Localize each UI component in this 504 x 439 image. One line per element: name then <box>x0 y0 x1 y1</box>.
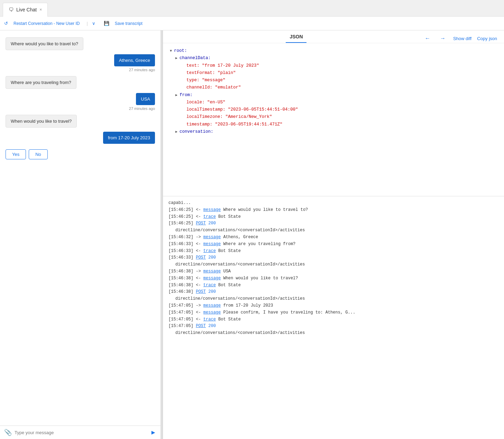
log-line: [15:46:25] <- trace Bot State <box>168 214 498 221</box>
log-line: capabi... <box>168 200 498 207</box>
restart-label: Restart Conversation - New User ID <box>13 21 80 26</box>
message-time-1: 27 minutes ago <box>129 68 155 72</box>
quick-replies: Yes No <box>6 149 155 159</box>
from-collapse[interactable]: ▶ <box>175 92 177 98</box>
json-forward-button[interactable]: → <box>438 35 448 42</box>
bot-message-1: Where would you like to travel to? <box>6 37 83 50</box>
tab-label: Live Chat <box>16 7 37 12</box>
log-text: [15:46:33] <box>168 255 196 260</box>
log-link[interactable]: POST <box>196 221 206 226</box>
log-link[interactable]: POST <box>196 289 206 294</box>
attach-icon[interactable]: 📎 <box>4 429 12 436</box>
log-line: [15:46:33] <- message Where are you trav… <box>168 241 498 248</box>
json-from-key: from: <box>180 92 193 99</box>
log-line: [15:46:32] -> message Athens, Greece <box>168 234 498 241</box>
log-text: [15:46:33] <- <box>168 242 203 246</box>
log-status: 200 <box>208 255 216 260</box>
log-line: [15:46:38] POST 200 <box>168 289 498 296</box>
user-message-wrap-2: USA 27 minutes ago <box>6 93 155 111</box>
log-text: Where are you traveling from? <box>221 242 295 246</box>
json-from-line: ▶ from: <box>175 92 497 99</box>
copy-json-button[interactable]: Copy json <box>477 36 497 41</box>
yes-button[interactable]: Yes <box>6 149 26 159</box>
log-panel: capabi...[15:46:25] <- message Where wou… <box>163 196 504 439</box>
json-actions: ← → Show diff Copy json <box>423 35 497 42</box>
show-diff-button[interactable]: Show diff <box>453 36 471 41</box>
user-message-wrap-3: from 17-20 July 2023 <box>6 132 155 144</box>
log-text: Please confirm, I have you traveling to:… <box>221 310 355 315</box>
log-text: [15:46:38] <- <box>168 283 203 288</box>
log-text: Bot State <box>216 249 241 253</box>
log-line: [15:46:25] <- message Where would you li… <box>168 207 498 214</box>
bot-message-2: Where are you traveling from? <box>6 76 76 89</box>
root-collapse[interactable]: ▼ <box>170 48 172 54</box>
log-link[interactable]: message <box>203 207 221 212</box>
json-from-values: locale: "en-US" localTimestamp: "2023-06… <box>175 99 497 128</box>
log-text: [15:46:25] <- <box>168 214 203 219</box>
channeldata-collapse[interactable]: ▶ <box>175 55 177 61</box>
log-link[interactable]: message <box>203 276 221 281</box>
chat-messages: Where would you like to travel to? Athen… <box>0 30 161 426</box>
log-line: [15:46:38] -> message USA <box>168 268 498 275</box>
log-text: [15:47:05] -> <box>168 303 203 308</box>
log-text: [15:46:38] -> <box>168 269 203 274</box>
log-line: directline/conversations/<conversationId… <box>168 296 498 302</box>
log-link[interactable]: message <box>203 310 221 315</box>
json-channeldata-values: text: "from 17-20 July 2023" textFormat:… <box>175 62 497 92</box>
log-link[interactable]: message <box>203 303 221 308</box>
json-conversation-section: ▶ conversation: <box>170 128 497 136</box>
log-link[interactable]: trace <box>203 283 216 288</box>
live-chat-tab[interactable]: 🗨 Live Chat × <box>3 3 48 17</box>
no-button[interactable]: No <box>29 149 48 159</box>
json-locale-value: locale: "en-US" <box>186 99 226 106</box>
log-link[interactable]: POST <box>196 255 206 260</box>
user-message-3: from 17-20 July 2023 <box>103 132 155 144</box>
tab-close-button[interactable]: × <box>39 7 42 12</box>
log-link[interactable]: trace <box>203 249 216 253</box>
json-channeldata-section: ▶ channelData: text: "from 17-20 July 20… <box>170 55 497 91</box>
json-channelid-line: channelId: "emulator" <box>186 84 497 91</box>
main-layout: Where would you like to travel to? Athen… <box>0 30 504 439</box>
json-text-line: text: "from 17-20 July 2023" <box>186 62 497 69</box>
json-locale-line: locale: "en-US" <box>186 99 497 106</box>
log-line: [15:46:25] POST 200 <box>168 220 498 227</box>
json-text-value: text: "from 17-20 July 2023" <box>186 62 259 69</box>
log-link[interactable]: trace <box>203 317 216 322</box>
log-text: from 17-20 July 2023 <box>221 303 273 308</box>
log-link[interactable]: POST <box>196 324 206 328</box>
json-localtimezone-value: localTimezone: "America/New_York" <box>186 113 272 121</box>
log-text: Where would you like to travel to? <box>221 207 308 212</box>
json-type-value: type: "message" <box>186 77 226 84</box>
conversation-collapse[interactable]: ▶ <box>175 129 177 135</box>
json-back-button[interactable]: ← <box>423 35 432 42</box>
log-line: directline/conversations/<conversationId… <box>168 261 498 268</box>
save-label: Save transcript <box>115 21 143 26</box>
log-line: [15:47:05] <- message Please confirm, I … <box>168 309 498 316</box>
log-text: [15:47:05] <- <box>168 317 203 322</box>
restart-button[interactable]: Restart Conversation - New User ID <box>11 20 82 27</box>
json-toolbar: JSON ← → Show diff Copy json <box>163 30 504 43</box>
json-channeldata-line: ▶ channelData: <box>175 55 497 62</box>
log-line: [15:46:33] POST 200 <box>168 254 498 261</box>
json-title-wrap: JSON <box>170 34 423 43</box>
dropdown-arrow[interactable]: ∨ <box>92 21 95 26</box>
user-message-1: Athens, Greece <box>114 54 155 66</box>
log-text: Bot State <box>216 283 241 288</box>
log-link[interactable]: message <box>203 235 221 240</box>
chat-input[interactable] <box>15 430 147 435</box>
user-message-2: USA <box>136 93 155 105</box>
save-transcript-button[interactable]: Save transcript <box>112 20 145 27</box>
send-icon[interactable]: ► <box>150 429 156 436</box>
log-link[interactable]: trace <box>203 214 216 219</box>
log-link[interactable]: message <box>203 269 221 274</box>
json-from-section: ▶ from: locale: "en-US" localTimestamp: … <box>170 92 497 128</box>
log-status: 200 <box>208 324 216 328</box>
log-text: Bot State <box>216 214 241 219</box>
json-type-line: type: "message" <box>186 77 497 84</box>
json-textformat-line: textFormat: "plain" <box>186 69 497 77</box>
log-line: directline/conversations/<conversationId… <box>168 330 498 337</box>
log-text: Bot State <box>216 317 241 322</box>
json-channeldata-key: channelData: <box>180 55 211 62</box>
log-text: [15:46:38] <- <box>168 276 203 281</box>
log-link[interactable]: message <box>203 242 221 246</box>
